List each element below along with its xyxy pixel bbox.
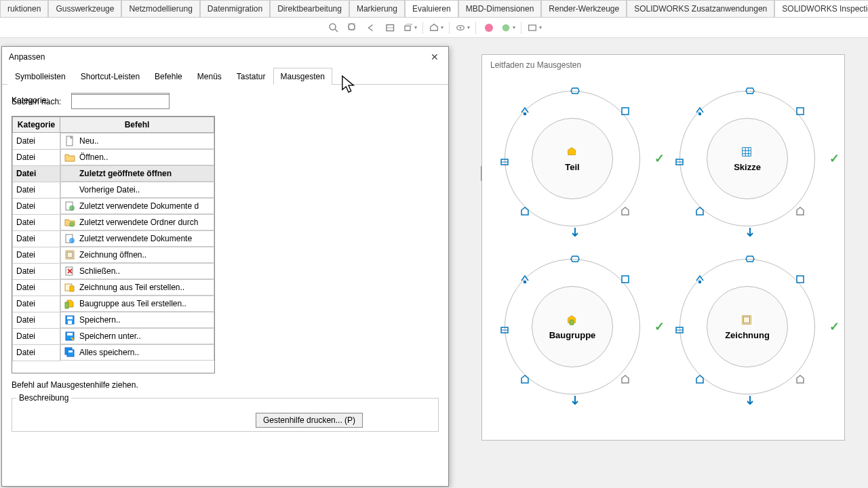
gesture-slot[interactable] <box>793 204 808 219</box>
close-icon[interactable]: ✕ <box>428 50 441 64</box>
gesture-slot[interactable] <box>793 104 808 119</box>
gesture-slot[interactable] <box>568 224 583 239</box>
tab-keyboard[interactable]: Tastatur <box>229 68 273 85</box>
svg-rect-78 <box>698 281 701 283</box>
ribbon-tab[interactable]: ruktionen <box>0 0 48 17</box>
gesture-slot[interactable] <box>618 104 633 119</box>
ribbon-tab[interactable]: SOLIDWORKS Zusatzanwendungen <box>627 0 774 17</box>
prev-view-icon[interactable] <box>364 20 379 35</box>
tab-mouse-gestures[interactable]: Mausgesten <box>273 68 332 85</box>
gesture-slot[interactable] <box>813 154 828 169</box>
view-settings-icon[interactable] <box>527 20 542 35</box>
table-row[interactable]: DateiZeichnung öffnen.. <box>13 247 214 263</box>
table-row[interactable]: DateiAlles speichern.. <box>13 344 214 361</box>
svg-point-2 <box>349 24 355 30</box>
table-row[interactable]: DateiZuletzt geöffnete öffnen <box>13 165 214 182</box>
search-input[interactable] <box>71 94 170 109</box>
gesture-slot[interactable] <box>517 372 532 387</box>
svg-rect-46 <box>743 147 751 156</box>
table-row[interactable]: DateiZeichnung aus Teil erstellen.. <box>13 279 214 296</box>
display-style-icon[interactable] <box>429 20 443 35</box>
gesture-slot[interactable] <box>793 272 808 287</box>
description-group: Beschreibung <box>12 398 439 432</box>
svg-marker-38 <box>571 88 579 94</box>
gesture-wheel: Zeichnung✓ <box>669 249 825 405</box>
blank-icon <box>64 168 75 179</box>
gesture-slot[interactable] <box>743 224 757 239</box>
table-row[interactable]: DateiSpeichern.. <box>13 312 214 328</box>
wheel-center-icon <box>566 146 579 159</box>
table-row[interactable]: DateiZuletzt verwendete Ordner durch <box>13 214 214 230</box>
ribbon-tab[interactable]: SOLIDWORKS Inspection <box>774 0 868 17</box>
scene-icon[interactable] <box>500 20 515 35</box>
drawpart-icon <box>64 282 75 293</box>
gesture-slot[interactable] <box>743 251 757 266</box>
table-row[interactable]: DateiNeu.. <box>13 133 214 150</box>
gesture-slot[interactable] <box>517 104 532 119</box>
appearance-icon[interactable] <box>481 20 496 35</box>
gesture-slot[interactable] <box>743 83 757 98</box>
gesture-slot[interactable] <box>813 322 828 337</box>
wheel-center: Teil <box>532 118 613 199</box>
ribbon-tab[interactable]: Evaluieren <box>405 0 458 17</box>
ribbon-tab[interactable]: MBD-Dimensionen <box>458 0 542 17</box>
table-row[interactable]: DateiZuletzt verwendete Dokumente <box>13 230 214 247</box>
gesture-wheel: Skizze✓ <box>669 81 825 237</box>
section-view-icon[interactable] <box>383 20 398 35</box>
ribbon-tab[interactable]: Markierung <box>349 0 405 17</box>
gesture-slot[interactable] <box>568 83 583 98</box>
check-icon: ✓ <box>652 319 667 334</box>
table-row[interactable]: DateiBaugruppe aus Teil erstellen.. <box>13 296 214 312</box>
gesture-slot[interactable] <box>692 272 707 287</box>
gesture-slot[interactable] <box>497 154 512 169</box>
view-orientation-icon[interactable] <box>402 20 417 35</box>
gesture-slot[interactable] <box>743 392 757 407</box>
gesture-slot[interactable] <box>793 372 808 387</box>
gesture-slot[interactable] <box>692 372 707 387</box>
gesture-slot[interactable] <box>618 372 633 387</box>
gesture-slot[interactable] <box>692 204 707 219</box>
gesture-slot[interactable] <box>568 251 583 266</box>
table-row[interactable]: DateiSchließen.. <box>13 263 214 279</box>
ribbon-tab[interactable]: Netzmodellierung <box>121 0 199 17</box>
gesture-slot[interactable] <box>517 272 532 287</box>
ribbon-tab[interactable]: Datenmigration <box>200 0 270 17</box>
col-command[interactable]: Befehl <box>60 117 214 133</box>
dialog-title: Anpassen <box>9 52 45 62</box>
gesture-slot[interactable] <box>672 322 687 337</box>
wheel-center-icon <box>741 146 754 159</box>
zoom-fit-icon[interactable] <box>326 20 341 35</box>
gesture-slot[interactable] <box>618 204 633 219</box>
wheel-label: Baugruppe <box>549 330 596 340</box>
tab-menus[interactable]: Menüs <box>190 68 229 85</box>
save-icon <box>64 314 75 325</box>
open-icon <box>64 152 75 163</box>
gesture-slot[interactable] <box>517 204 532 219</box>
zoom-area-icon[interactable] <box>345 20 360 35</box>
hide-show-icon[interactable] <box>455 20 470 35</box>
gesture-wheel: Teil✓ <box>494 81 650 237</box>
wheel-center: Baugruppe <box>532 286 613 367</box>
gesture-slot[interactable] <box>497 322 512 337</box>
svg-point-19 <box>69 238 75 243</box>
gesture-slot[interactable] <box>618 272 633 287</box>
tab-commands[interactable]: Befehle <box>147 68 190 85</box>
commands-table[interactable]: Kategorie Befehl DateiNeu..DateiÖffnen..… <box>12 116 215 373</box>
col-category[interactable]: Kategorie <box>13 117 60 133</box>
ribbon-tab[interactable]: Gusswerkzeuge <box>48 0 121 17</box>
table-row[interactable]: DateiVorherige Datei.. <box>13 182 214 198</box>
gesture-slot[interactable] <box>638 154 653 169</box>
ribbon-tab[interactable]: Direktbearbeitung <box>270 0 349 17</box>
table-row[interactable]: DateiSpeichern unter.. <box>13 328 214 344</box>
tab-shortcut-bars[interactable]: Shortcut-Leisten <box>73 68 147 85</box>
tab-toolbars[interactable]: Symbolleisten <box>7 68 73 85</box>
dialog-titlebar[interactable]: Anpassen ✕ <box>2 47 448 67</box>
gesture-slot[interactable] <box>692 104 707 119</box>
gesture-slot[interactable] <box>568 392 583 407</box>
table-row[interactable]: DateiZuletzt verwendete Dokumente d <box>13 198 214 214</box>
check-icon: ✓ <box>827 151 842 166</box>
gesture-slot[interactable] <box>672 154 687 169</box>
ribbon-tab[interactable]: Render-Werkzeuge <box>541 0 627 17</box>
table-row[interactable]: DateiÖffnen.. <box>13 149 214 165</box>
gesture-slot[interactable] <box>638 322 653 337</box>
